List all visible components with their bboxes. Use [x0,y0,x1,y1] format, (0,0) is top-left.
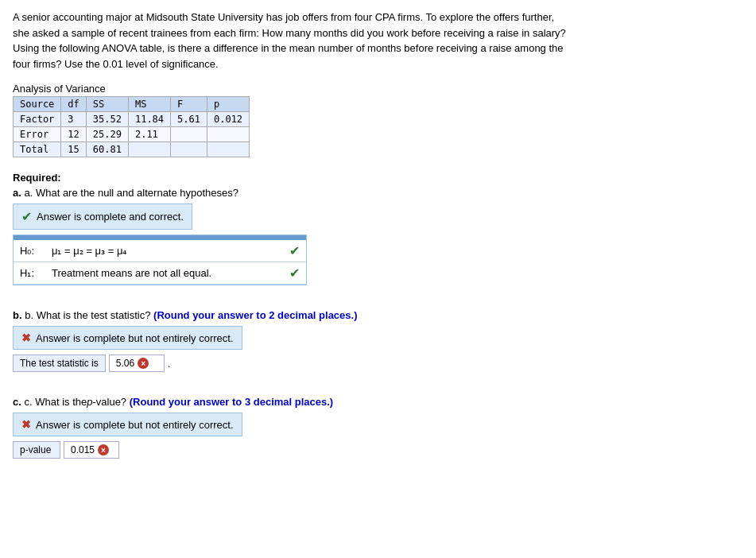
h1-check-icon: ✔ [289,266,300,280]
pvalue-x-icon[interactable]: × [98,444,109,455]
test-stat-dot: . [168,358,171,370]
total-ss: 60.81 [86,142,128,157]
part-a-answer-text: Answer is complete and correct. [37,211,184,223]
h1-label: H₁: [14,262,45,285]
h0-value: μ₁ = μ₂ = μ₃ = μ₄ [45,240,282,262]
part-b-answer-box: ✖ Answer is complete but not entirely co… [13,326,242,350]
part-a-answer-box: ✔ Answer is complete and correct. [13,203,192,230]
h0-check-icon: ✔ [289,244,300,258]
factor-df: 3 [61,112,86,127]
total-source: Total [14,142,61,157]
factor-p: 0.012 [207,112,249,127]
table-row: Total 15 60.81 [14,142,250,157]
anova-title: Analysis of Variance [13,83,743,95]
part-c-label: c. c. What is thep-value? (Round your an… [13,396,743,408]
part-a: a. a. What are the null and alternate hy… [13,187,743,285]
h0-label: H₀: [14,240,45,262]
test-stat-x-icon[interactable]: × [138,358,149,369]
part-a-label: a. a. What are the null and alternate hy… [13,187,743,199]
h1-row: H₁: Treatment means are not all equal. ✔ [14,262,306,285]
pvalue-value: 0.015 [71,444,95,455]
required-label: Required: [13,172,743,184]
total-p [207,142,249,157]
required-section: Required: a. a. What are the null and al… [13,172,743,459]
x-circle-icon-b: ✖ [21,331,31,344]
col-source: Source [14,97,61,112]
total-ms [128,142,170,157]
h1-check: ✔ [282,262,306,285]
h0-check: ✔ [282,240,306,262]
part-b-label: b. b. What is the test statistic? (Round… [13,309,743,321]
test-stat-value: 5.06 [116,358,134,369]
col-ms: MS [128,97,170,112]
error-source: Error [14,127,61,142]
error-ss: 25.29 [86,127,128,142]
test-stat-label: The test statistic is [13,355,106,372]
error-df: 12 [61,127,86,142]
h0-row: H₀: μ₁ = μ₂ = μ₃ = μ₄ ✔ [14,240,306,262]
check-circle-icon: ✔ [21,209,32,224]
part-c: c. c. What is thep-value? (Round your an… [13,396,743,459]
factor-source: Factor [14,112,61,127]
part-c-qualifier: (Round your answer to 3 decimal places.) [130,396,333,408]
pvalue-row: p-value 0.015 × [13,441,743,459]
error-f [171,127,207,142]
part-b-qualifier: (Round your answer to 2 decimal places.) [153,309,357,321]
test-stat-value-box[interactable]: 5.06 × [109,355,165,372]
part-c-answer-box: ✖ Answer is complete but not entirely co… [13,413,242,436]
col-ss: SS [86,97,128,112]
h1-value: Treatment means are not all equal. [45,262,282,285]
part-c-answer-text: Answer is complete but not entirely corr… [36,419,234,431]
total-df: 15 [61,142,86,157]
part-b: b. b. What is the test statistic? (Round… [13,309,743,372]
error-ms: 2.11 [128,127,170,142]
pvalue-label: p-value [13,441,60,459]
table-row: Factor 3 35.52 11.84 5.61 0.012 [14,112,250,127]
hypotheses-container: H₀: μ₁ = μ₂ = μ₃ = μ₄ ✔ H₁: Treatment me… [13,234,307,285]
intro-paragraph: A senior accounting major at Midsouth St… [13,10,569,72]
test-stat-row: The test statistic is 5.06 × . [13,355,743,372]
table-row: Error 12 25.29 2.11 [14,127,250,142]
col-f: F [171,97,207,112]
x-circle-icon-c: ✖ [21,418,31,431]
error-p [207,127,249,142]
anova-table: Analysis of Variance Source df SS MS F p… [13,83,743,157]
total-f [171,142,207,157]
col-df: df [61,97,86,112]
col-p: p [207,97,249,112]
factor-f: 5.61 [171,112,207,127]
part-b-answer-text: Answer is complete but not entirely corr… [36,332,234,344]
factor-ms: 11.84 [128,112,170,127]
factor-ss: 35.52 [86,112,128,127]
pvalue-value-box[interactable]: 0.015 × [64,441,119,459]
